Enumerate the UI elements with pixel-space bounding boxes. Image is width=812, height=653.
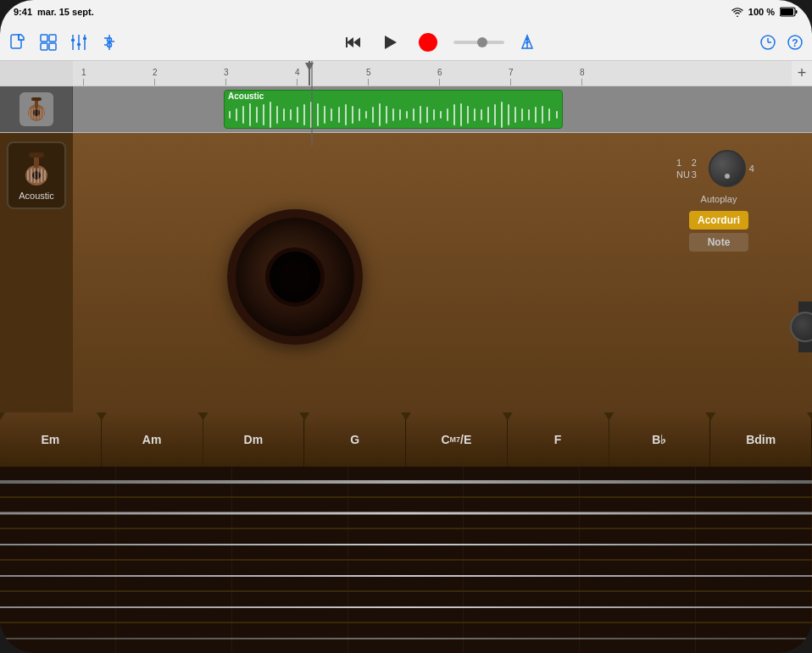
string-6 [0,638,812,639]
svg-rect-46 [29,152,44,158]
string-5 [0,606,812,608]
string-2 [0,512,812,514]
ruler-mark-2: 2 [153,68,158,86]
tab-notes-button[interactable]: Note [689,233,748,252]
string-row-5[interactable] [0,592,812,623]
svg-rect-13 [77,43,81,46]
battery-icon [780,7,798,17]
autoplay-knob[interactable] [709,150,746,187]
string-row-2[interactable] [0,498,812,529]
chord-bdim[interactable]: Bdim [710,412,812,467]
playhead-ruler-line [309,61,310,86]
svg-rect-14 [83,37,86,40]
svg-rect-5 [41,35,47,42]
string-row-1[interactable] [0,467,812,498]
track-label-header [0,61,73,86]
tracks-view-button[interactable] [39,33,58,52]
knob-indicator [725,174,730,179]
help-button[interactable]: ? [787,34,804,51]
playhead-marker [305,63,314,71]
track-content[interactable]: Acoustic [73,86,812,132]
chord-cm7e[interactable]: CM7/E [406,412,508,467]
autoplay-section: 1 2 NU 3 4 Autoplay Acorduri Note [676,150,761,252]
ruler: 1 2 3 4 5 6 7 8 [73,61,792,86]
chord-em[interactable]: Em [0,412,102,467]
wifi-icon [731,7,743,17]
instrument-selector[interactable]: Acoustic [7,141,66,209]
ruler-mark-3: 3 [224,68,229,86]
num-4: 4 [749,163,754,174]
status-bar-right: 100 % [731,7,798,17]
tab-chords-button[interactable]: Acorduri [689,211,748,230]
chord-dm[interactable]: Dm [203,412,305,467]
toolbar-left [8,33,119,52]
battery-display: 100 % [748,7,775,17]
autoplay-tabs: Acorduri Note [689,211,748,252]
play-button[interactable] [379,30,403,54]
autoplay-label: Autoplay [701,194,737,204]
eq-button[interactable] [100,33,119,52]
time-display: 9:41 [14,7,32,17]
status-bar-left: 9:41 mar. 15 sept. [14,7,94,17]
chord-strip: Em Am Dm G CM7/E F B♭ Bdim [0,412,812,467]
fretboard[interactable] [0,467,812,653]
svg-line-26 [526,42,530,43]
guitar-display: 1 2 NU 3 4 Autoplay Acorduri Note [73,133,812,412]
svg-rect-2 [781,8,793,15]
string-4 [0,575,812,577]
waveform [225,102,562,128]
svg-text:?: ? [792,37,798,49]
svg-point-44 [32,171,41,180]
audio-region[interactable]: Acoustic [224,90,563,129]
rewind-button[interactable] [342,30,365,54]
region-label: Acoustic [225,91,562,102]
instrument-name: Acoustic [19,191,54,201]
mixer-button[interactable] [70,33,88,52]
ruler-mark-1: 1 [81,68,86,86]
tempo-slider[interactable] [453,41,504,44]
new-song-button[interactable] [8,33,27,52]
autoplay-knob-area: 1 2 NU 3 4 [676,150,761,187]
string-row-3[interactable] [0,529,812,561]
string-row-4[interactable] [0,561,812,592]
svg-rect-7 [41,43,47,50]
svg-rect-23 [346,37,348,47]
svg-rect-1 [796,10,798,14]
num-nu: NU [676,169,690,180]
svg-point-34 [33,109,40,116]
guitar-soundhole [227,209,363,345]
chord-f[interactable]: F [508,412,609,467]
clock-button[interactable] [759,34,776,51]
home-button-area [798,302,812,352]
ruler-mark-6: 6 [437,68,442,86]
svg-marker-21 [347,37,353,47]
metronome-button[interactable] [518,33,537,52]
chord-am[interactable]: Am [102,412,203,467]
chord-bb[interactable]: B♭ [609,412,711,467]
autoplay-position-numbers-right: 4 [749,163,761,174]
toolbar-right: ? [759,34,804,51]
instrument-panel: Acoustic 1 2 NU 3 [0,133,812,412]
string-3 [0,544,812,545]
guitar-soundhole-inner [265,247,325,307]
string-row-6[interactable] [0,623,812,653]
track-header[interactable] [0,86,73,132]
add-track-button[interactable]: + [792,64,812,84]
record-button[interactable] [416,30,440,54]
autoplay-position-numbers: 1 2 NU 3 [676,158,705,180]
ruler-mark-7: 7 [509,68,514,86]
track-row: Acoustic [0,86,812,133]
svg-point-27 [526,37,529,40]
chord-g[interactable]: G [304,412,406,467]
device-frame: 9:41 mar. 15 sept. 100 % [0,0,812,653]
toolbar-center [342,30,537,54]
date-display: mar. 15 sept. [37,7,94,17]
num-2: 2 [692,158,705,168]
num-1: 1 [676,158,690,168]
num-3: 3 [692,169,705,180]
svg-marker-22 [353,37,360,47]
ruler-mark-5: 5 [366,68,371,86]
timeline-ruler: 1 2 3 4 5 6 7 8 + [0,61,812,86]
ruler-mark-8: 8 [580,68,585,86]
guitar-body [227,209,363,345]
